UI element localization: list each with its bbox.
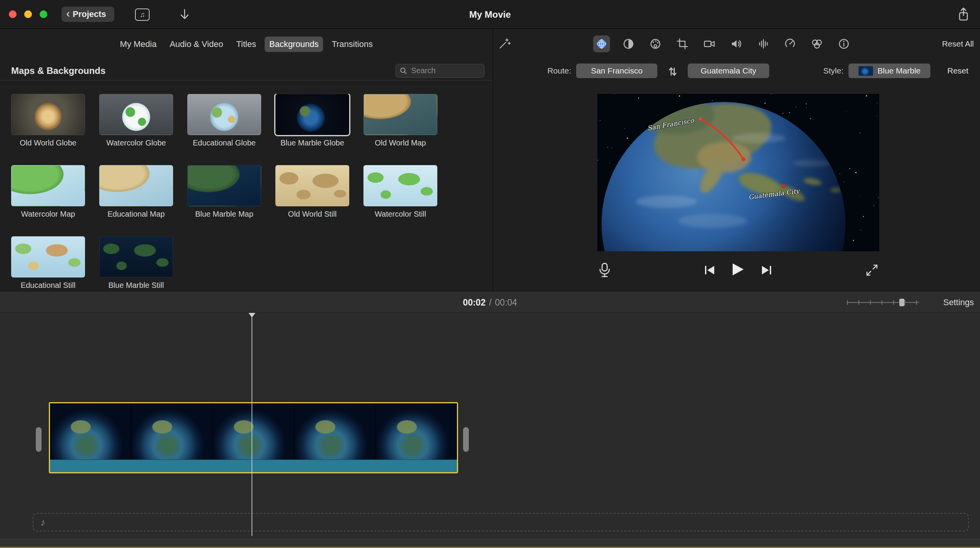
background-item-label: Old World Still	[275, 210, 349, 219]
search-input[interactable]	[410, 66, 480, 75]
route-progress-pin	[742, 157, 745, 161]
route-end-pin[interactable]	[782, 184, 785, 188]
background-item-label: Educational Globe	[187, 139, 261, 147]
search-field[interactable]	[395, 64, 485, 78]
expand-arrows-icon	[864, 262, 880, 278]
imovie-window: ‹ Projects ♫ My Movie My MediaAudio & Vi…	[0, 0, 980, 548]
tab-audio-video[interactable]: Audio & Video	[165, 37, 228, 52]
close-button[interactable]	[9, 10, 17, 18]
background-item-educational-map[interactable]: Educational Map	[99, 165, 173, 219]
background-item-old-world-still[interactable]: Old World Still	[275, 165, 349, 219]
music-note-icon: ♪	[40, 516, 45, 528]
background-item-watercolor-map[interactable]: Watercolor Map	[11, 165, 85, 219]
educational-map-thumbnail	[99, 165, 173, 206]
educational-globe-thumbnail	[187, 94, 261, 135]
crop-button[interactable]	[674, 35, 691, 52]
background-item-blue-marble-globe[interactable]: Blue Marble Globe	[275, 94, 349, 147]
background-item-educational-globe[interactable]: Educational Globe	[187, 94, 261, 147]
reset-button[interactable]: Reset	[947, 63, 968, 79]
route-from-button[interactable]: San Francisco	[576, 63, 657, 78]
route-to-button[interactable]: Guatemala City	[688, 63, 769, 78]
overlapping-circles-icon	[809, 36, 825, 52]
inspector-panel: Reset All Route: San Francisco Guatemala…	[493, 29, 980, 291]
maps-globe-button[interactable]	[593, 35, 610, 52]
clip-zoom-slider[interactable]	[847, 298, 919, 307]
skip-forward-icon	[758, 262, 774, 278]
playhead-handle[interactable]	[248, 313, 255, 317]
background-item-watercolor-still[interactable]: Watercolor Still	[363, 165, 437, 219]
clip-frame	[132, 403, 213, 459]
route-controls: Route: San Francisco Guatemala City Styl…	[493, 63, 980, 79]
share-button[interactable]	[956, 7, 971, 22]
blue-marble-map-thumbnail	[187, 165, 261, 206]
style-button[interactable]: Blue Marble	[848, 63, 930, 78]
color-balance-button[interactable]	[620, 35, 637, 52]
total-duration: 00:04	[495, 297, 517, 308]
background-music-well[interactable]: ♪	[33, 513, 969, 531]
timeline-bottom-strip	[0, 539, 980, 547]
fullscreen-button[interactable]	[863, 262, 880, 279]
background-item-label: Old World Map	[363, 139, 437, 147]
timeline-settings-button[interactable]: Settings	[943, 292, 974, 313]
tab-backgrounds[interactable]: Backgrounds	[265, 37, 323, 52]
zoom-window-button[interactable]	[40, 10, 47, 18]
background-item-blue-marble-map[interactable]: Blue Marble Map	[187, 165, 261, 219]
timeline-toolbar: 00:02 / 00:04 Settings	[0, 291, 980, 313]
trim-handle-right[interactable]	[463, 427, 469, 452]
projects-label: Projects	[73, 9, 106, 19]
clip-frame	[295, 403, 376, 459]
reset-all-button[interactable]: Reset All	[942, 35, 974, 53]
tab-transitions[interactable]: Transitions	[327, 37, 377, 52]
background-item-label: Blue Marble Still	[99, 281, 173, 290]
watercolor-still-thumbnail	[363, 165, 437, 206]
clip-filters-button[interactable]	[808, 35, 825, 52]
blue-marble-globe-thumbnail	[275, 94, 349, 135]
background-item-old-world-globe[interactable]: Old World Globe	[11, 94, 85, 147]
projects-back-button[interactable]: ‹ Projects	[62, 7, 114, 22]
volume-button[interactable]	[728, 35, 745, 52]
inspector-tabs	[593, 35, 852, 52]
browser-header: Maps & Backgrounds	[0, 61, 493, 80]
background-item-label: Watercolor Globe	[99, 139, 173, 147]
clip-info-button[interactable]	[835, 35, 852, 52]
color-correction-button[interactable]	[647, 35, 664, 52]
timeline: ♪	[0, 313, 980, 548]
background-item-blue-marble-still[interactable]: Blue Marble Still	[99, 236, 173, 290]
noise-reduction-button[interactable]	[755, 35, 772, 52]
import-media-button[interactable]	[176, 7, 193, 22]
style-label: Style:	[816, 63, 843, 79]
slider-thumb[interactable]	[899, 298, 905, 307]
skip-to-end-button[interactable]	[758, 262, 775, 279]
speaker-icon	[728, 36, 744, 52]
clip-audio-bar	[50, 459, 457, 472]
swap-arrows-icon	[666, 64, 680, 78]
skip-to-start-button[interactable]	[702, 262, 718, 279]
info-icon	[836, 36, 852, 52]
timeline-clip-selected[interactable]	[49, 402, 458, 473]
palette-icon	[648, 36, 663, 52]
speed-button[interactable]	[782, 35, 798, 52]
trim-handle-left[interactable]	[36, 427, 42, 452]
background-item-label: Blue Marble Globe	[275, 139, 349, 147]
browser-tabs: My MediaAudio & VideoTitlesBackgroundsTr…	[0, 34, 493, 54]
media-browser-button[interactable]: ♫	[134, 7, 151, 22]
background-item-label: Blue Marble Map	[187, 210, 261, 219]
minimize-button[interactable]	[24, 10, 32, 18]
background-item-old-world-map[interactable]: Old World Map	[363, 94, 437, 147]
route-start-pin[interactable]	[699, 117, 702, 120]
tab-titles[interactable]: Titles	[232, 37, 261, 52]
enhance-button[interactable]	[496, 35, 513, 52]
voiceover-record-button[interactable]	[596, 262, 613, 279]
background-item-educational-still[interactable]: Educational Still	[11, 236, 85, 290]
browser-section-title: Maps & Backgrounds	[11, 65, 105, 76]
playhead[interactable]	[252, 316, 252, 536]
swap-route-button[interactable]	[666, 64, 680, 78]
clip-filmstrip	[50, 403, 457, 459]
equalizer-bars-icon	[755, 36, 771, 52]
play-button[interactable]	[729, 261, 746, 278]
tab-my-media[interactable]: My Media	[115, 37, 161, 52]
background-item-label: Old World Globe	[11, 139, 85, 147]
clip-frame	[376, 403, 457, 459]
stabilization-button[interactable]	[701, 35, 718, 52]
background-item-watercolor-globe[interactable]: Watercolor Globe	[99, 94, 173, 147]
